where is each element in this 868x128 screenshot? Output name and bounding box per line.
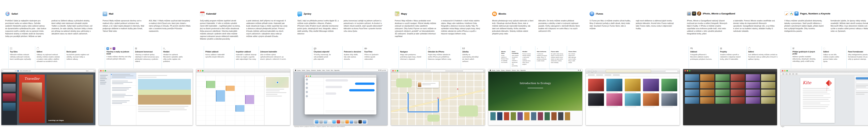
callout-text: Fotografie přiřazené k libovolné událost… xyxy=(690,54,713,60)
section-header: iBooks xyxy=(492,11,506,16)
section-itunes: iTunes S iTunes pro Mac si můžete snadno… xyxy=(584,0,682,128)
callout-text: Pomocí funkce Hledat můžete v celé knize… xyxy=(522,53,531,65)
nav-buttons xyxy=(3,70,15,72)
map-canvas xyxy=(391,72,485,125)
photo-thumbnail xyxy=(715,74,730,81)
map-search-field xyxy=(463,70,484,72)
message-row xyxy=(111,72,136,79)
window-controls xyxy=(100,70,106,71)
message-list xyxy=(111,72,136,125)
message-photo xyxy=(138,79,191,104)
conversation-list xyxy=(305,77,324,115)
maps-screenshot xyxy=(391,69,485,125)
safari-app-icon xyxy=(5,11,10,16)
share-icon xyxy=(748,47,750,50)
book-cover xyxy=(565,112,570,120)
dock-icon xyxy=(363,120,366,124)
callout-accounts: Všechny e-maily na jednom místě V Mailu … xyxy=(105,46,131,68)
callout-title: Zobrazení kalendáře xyxy=(260,51,288,53)
callout-itunes-radio: iTunes rádio Na výběr máte stovky stanic… xyxy=(549,46,564,68)
window-controls xyxy=(197,70,204,71)
ibooks-screenshot: iBooks Soubor Úpravy Zobrazení Obchod Ok… xyxy=(488,69,582,125)
numbers-app-icon xyxy=(789,11,794,15)
apple-menu-icon xyxy=(295,70,296,71)
mail-titlebar xyxy=(99,69,193,72)
callout-title: iTunes Store xyxy=(568,51,578,53)
messages-content xyxy=(305,77,376,115)
callout-text: Knihy stažené z iBooks Store se ukládají… xyxy=(501,55,509,63)
callout-text: Popis trasy můžete odeslat do svého iPho… xyxy=(428,54,455,60)
app-icon-group xyxy=(687,11,701,15)
callout-bocni-panel: Boční panel Na bočním panelu najdete své… xyxy=(65,46,90,68)
callouts: Navigace Mapy vám poskytnou podrobný pop… xyxy=(390,46,479,68)
callouts: Přidání grafických či jiných prvků Můžet… xyxy=(779,46,868,68)
pages-screenshot: Kite xyxy=(780,69,868,125)
pages-titlebar xyxy=(780,69,868,72)
window-controls xyxy=(392,70,398,71)
body-column-1: S iTunes pro Mac si můžete snadno užívat… xyxy=(590,20,631,30)
callout-typing-indicator: Chystaná odpověď Tři tečky znamenají, že… xyxy=(312,46,332,68)
callout-text: Kliknutím můžete zobrazit náhledy webový… xyxy=(10,54,32,60)
callout-title: Chystaná odpověď xyxy=(314,51,332,53)
photo-grid xyxy=(683,72,777,122)
place-info-card xyxy=(417,82,439,88)
event-inspector-panel xyxy=(265,75,290,125)
mail-screenshot xyxy=(99,69,193,125)
callout-delivery-receipt: Potvrzení o doručení Budete vždy vědět, … xyxy=(342,46,361,68)
callout-text: Novou událost v kalendáři vytvoříte dvoj… xyxy=(205,54,228,58)
chat-pane xyxy=(324,77,376,115)
calendar-screenshot xyxy=(196,69,290,125)
icloud-icon xyxy=(106,47,109,50)
bookshelf xyxy=(488,111,582,125)
section-header: Kalendář xyxy=(200,11,216,16)
book-cover xyxy=(538,112,543,120)
iphoto-screenshot xyxy=(683,69,777,125)
share-icon xyxy=(37,47,39,50)
dock-icon xyxy=(337,120,340,124)
format-control xyxy=(856,88,868,91)
section-title: Pages, Numbers a Keynote xyxy=(800,12,830,15)
callouts: Chystaná odpověď Tři tečky znamenají, že… xyxy=(292,46,384,68)
album-cover xyxy=(625,79,641,91)
section-title: iTunes xyxy=(596,12,603,15)
section-title: Mail xyxy=(109,12,113,15)
sent-bubble xyxy=(349,89,375,91)
screenshot-label: Pages xyxy=(781,126,784,127)
messages-titlebar xyxy=(305,75,376,77)
book-icon xyxy=(462,47,465,50)
dock-icon xyxy=(350,120,353,124)
callout-title: Přidání události xyxy=(205,51,228,53)
calendar-event xyxy=(226,86,235,91)
magazine-cover: Traveller xyxy=(19,74,45,123)
book-subtitle-rule xyxy=(488,86,582,89)
play-button xyxy=(591,70,593,73)
photo-thumbnail xyxy=(685,74,699,81)
imovie-app-icon xyxy=(692,11,696,15)
callout-title: Vaše knihovna xyxy=(537,51,547,53)
ibooks-app-icon xyxy=(492,11,497,16)
album-cover xyxy=(661,93,677,106)
body-column-1: Svůj nabitý program můžete úspěšně zkrot… xyxy=(200,20,242,40)
clock-icon xyxy=(580,70,581,71)
callout-navigation: Navigace Mapy vám poskytnou podrobný pop… xyxy=(399,46,422,68)
photo-thumbnail xyxy=(761,97,775,104)
section-kalendar: Kalendář Svůj nabitý program můžete úspě… xyxy=(195,0,292,128)
photo-thumbnail xyxy=(731,82,745,89)
route-line xyxy=(438,98,439,113)
callouts: Události Fotografie přiřazené k libovoln… xyxy=(682,46,778,68)
reader-button xyxy=(88,70,94,72)
gmail-icon xyxy=(110,47,112,50)
itunes-search-field xyxy=(665,70,678,72)
body-column-2: AOL Mail. V Mailu můžete využívat také b… xyxy=(149,20,191,32)
callout-title: Sdílení xyxy=(748,51,778,53)
section-mail: Mail Pomocí Mailu můžete spravovat všech… xyxy=(97,0,195,128)
photo-thumbnail xyxy=(746,74,760,81)
wifi-icon xyxy=(578,70,579,71)
body-column-2: a kalendáře. Pomocí iMovie snadno sestří… xyxy=(733,20,775,35)
photo-thumbnail xyxy=(685,90,699,96)
body-column-2: o restauracích či hotelech v okolí místa… xyxy=(441,20,483,38)
callout-text: Své oblíbené snímky můžete umístit na Fa… xyxy=(748,54,778,60)
album-grid xyxy=(586,77,680,108)
album-cover xyxy=(607,79,622,91)
photo-thumbnail xyxy=(731,90,745,96)
